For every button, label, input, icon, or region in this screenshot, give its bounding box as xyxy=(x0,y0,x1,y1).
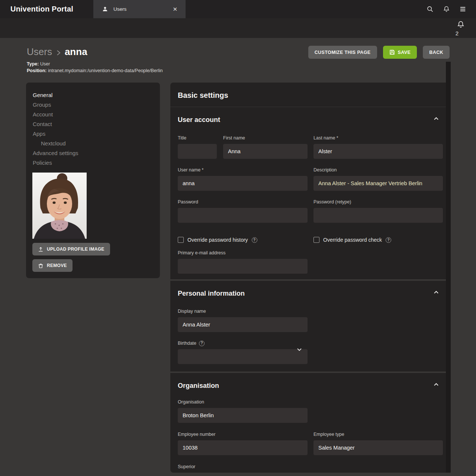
upload-profile-image-button[interactable]: UPLOAD PROFILE IMAGE xyxy=(32,243,110,255)
sidebar-item-apps[interactable]: Apps xyxy=(33,129,45,139)
employee-number-label: Employee number xyxy=(178,431,308,437)
section-header-organisation: Organisation xyxy=(178,381,443,390)
remove-image-button[interactable]: REMOVE xyxy=(32,259,73,272)
close-icon[interactable]: ✕ xyxy=(173,6,177,13)
primary-email-field[interactable] xyxy=(178,259,308,274)
page-header: Users anna Type: User Position: intranet… xyxy=(0,38,476,83)
birthdate-label: Birthdate xyxy=(178,340,196,346)
top-bar: Univention Portal Users ✕ xyxy=(0,0,476,18)
password-retype-label: Password (retype) xyxy=(313,199,443,205)
search-icon[interactable] xyxy=(426,6,434,13)
notifications-bell-icon[interactable] xyxy=(457,20,465,29)
section-nav: General Groups Account Contact Apps Next… xyxy=(26,83,160,168)
chevron-right-icon xyxy=(56,49,61,57)
app-title: Univention Portal xyxy=(10,0,73,18)
save-button[interactable]: SAVE xyxy=(383,46,417,59)
superior-label: Superior xyxy=(178,464,308,470)
first-name-label: First name xyxy=(223,135,308,141)
chevron-up-icon[interactable] xyxy=(434,117,439,120)
display-name-label: Display name xyxy=(178,308,308,314)
sidebar-item-general[interactable]: General xyxy=(33,90,52,100)
back-button[interactable]: BACK xyxy=(423,46,450,59)
last-name-label: Last name * xyxy=(313,135,443,141)
override-password-check-checkbox[interactable] xyxy=(313,237,319,243)
section-organisation: Organisation Organisation Employee numbe… xyxy=(170,381,451,473)
description-field[interactable] xyxy=(313,176,443,191)
position-value: intranet.mydomain:/univention-demo-data/… xyxy=(48,68,163,73)
chevron-up-icon[interactable] xyxy=(434,383,439,386)
sidebar-item-policies[interactable]: Policies xyxy=(33,158,52,168)
section-divider xyxy=(170,279,451,281)
employee-type-label: Employee type xyxy=(313,431,443,437)
type-label: Type: xyxy=(27,61,39,67)
help-icon[interactable]: ? xyxy=(252,237,257,243)
first-name-field[interactable] xyxy=(223,144,308,159)
sidebar-item-contact[interactable]: Contact xyxy=(33,119,52,129)
help-icon[interactable]: ? xyxy=(199,341,205,346)
sidebar-panel: General Groups Account Contact Apps Next… xyxy=(26,83,160,278)
override-password-check-label: Override password check xyxy=(323,237,382,243)
password-label: Password xyxy=(178,199,308,205)
display-name-field[interactable] xyxy=(178,317,308,332)
help-icon[interactable]: ? xyxy=(386,237,391,243)
employee-type-field[interactable] xyxy=(313,440,443,455)
user-name-label: User name * xyxy=(178,167,308,173)
notification-count: 2 xyxy=(456,30,459,36)
section-user-account: User account Title First name Last name … xyxy=(170,115,451,279)
position-label: Position: xyxy=(27,68,46,73)
last-name-field[interactable] xyxy=(313,144,443,159)
type-line: Type: User xyxy=(27,61,50,67)
birthdate-field[interactable] xyxy=(178,349,308,364)
tab-users[interactable]: Users ✕ xyxy=(93,0,186,18)
title-label: Title xyxy=(178,135,217,141)
page-title: anna xyxy=(65,46,87,58)
section-personal-information: Personal information Display name Birthd… xyxy=(170,289,451,372)
sidebar-item-nextcloud[interactable]: Nextcloud xyxy=(33,139,66,148)
upload-icon xyxy=(38,247,44,252)
type-value: User xyxy=(40,61,50,67)
user-icon xyxy=(102,6,108,12)
profile-photo xyxy=(32,173,87,239)
employee-number-field[interactable] xyxy=(178,440,308,455)
description-label: Description xyxy=(313,167,443,173)
password-retype-field[interactable] xyxy=(313,208,443,223)
divider xyxy=(170,107,451,107)
panel-title: Basic settings xyxy=(178,90,451,100)
user-name-field[interactable] xyxy=(178,176,308,191)
customize-page-button[interactable]: CUSTOMIZE THIS PAGE xyxy=(308,46,377,59)
section-divider xyxy=(170,372,451,373)
organisation-label: Organisation xyxy=(178,399,308,405)
position-line: Position: intranet.mydomain:/univention-… xyxy=(27,68,163,73)
sidebar-item-account[interactable]: Account xyxy=(33,110,53,119)
section-header-personal: Personal information xyxy=(178,289,443,298)
save-icon xyxy=(389,49,395,55)
tab-label: Users xyxy=(113,6,173,12)
sidebar-item-groups[interactable]: Groups xyxy=(33,100,51,110)
override-password-history-checkbox[interactable] xyxy=(178,237,184,243)
password-field[interactable] xyxy=(178,208,308,223)
trash-icon xyxy=(38,263,44,268)
notification-bar: 2 xyxy=(0,18,476,38)
sidebar-item-advanced-settings[interactable]: Advanced settings xyxy=(33,148,78,158)
primary-email-label: Primary e-mail address xyxy=(178,250,308,256)
breadcrumb-users-link[interactable]: Users xyxy=(27,46,52,58)
organisation-field[interactable] xyxy=(178,408,308,423)
override-password-history-label: Override password history xyxy=(187,237,248,243)
menu-icon[interactable] xyxy=(459,6,466,13)
title-field[interactable] xyxy=(178,144,217,159)
bell-icon[interactable] xyxy=(443,6,450,13)
basic-settings-panel: Basic settings User account Title First … xyxy=(170,83,451,473)
breadcrumb: Users anna xyxy=(27,46,87,58)
section-header-user-account: User account xyxy=(178,115,443,124)
chevron-up-icon[interactable] xyxy=(434,290,439,294)
